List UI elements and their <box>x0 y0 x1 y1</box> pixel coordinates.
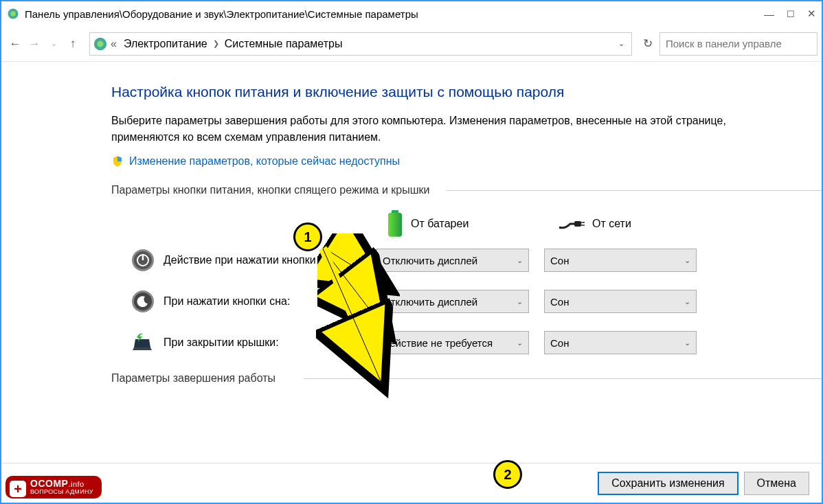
window-titlebar: Панель управления\Оборудование и звук\Эл… <box>1 1 822 26</box>
chevron-down-icon: ⌄ <box>517 297 523 306</box>
footer-bar: Сохранить изменения Отмена <box>1 463 822 503</box>
page-description: Выберите параметры завершения работы для… <box>111 113 750 146</box>
power-button-battery-dropdown[interactable]: Отключить дисплей⌄ <box>376 249 529 272</box>
sleep-button-icon <box>131 290 155 313</box>
column-plugged-label: От сети <box>592 218 631 230</box>
navigation-toolbar: ← → ⌄ ↑ « Электропитание ❯ Системные пар… <box>1 26 822 62</box>
cancel-button[interactable]: Отмена <box>744 472 809 495</box>
uac-shield-icon <box>111 155 124 168</box>
power-button-plugged-value: Сон <box>550 255 569 266</box>
window-close-button[interactable]: ✕ <box>807 8 816 20</box>
nav-up-button[interactable]: ↑ <box>63 37 82 51</box>
lid-close-battery-value: Действие не требуется <box>383 337 493 349</box>
section-buttons-title: Параметры кнопки питания, кнопки спящего… <box>111 184 822 196</box>
refresh-button[interactable]: ↻ <box>636 36 659 51</box>
nav-history-dropdown[interactable]: ⌄ <box>44 39 63 48</box>
lid-close-plugged-dropdown[interactable]: Сон⌄ <box>544 331 697 354</box>
chevron-right-icon: ❯ <box>213 39 219 48</box>
window-title: Панель управления\Оборудование и звук\Эл… <box>25 8 764 20</box>
annotation-marker-2-text: 2 <box>504 467 511 483</box>
lid-close-plugged-value: Сон <box>550 337 569 349</box>
window-maximize-button[interactable]: ☐ <box>787 9 795 19</box>
lid-close-row: При закрытии крышки: Действие не требует… <box>111 331 822 354</box>
plug-icon <box>558 217 585 231</box>
column-headers: От батареи От сети <box>386 210 822 238</box>
sleep-button-row: При нажатии кнопки сна: Отключить диспле… <box>111 290 822 313</box>
lid-close-icon <box>131 331 155 354</box>
sleep-button-plugged-dropdown[interactable]: Сон⌄ <box>544 290 697 313</box>
chevron-down-icon: ⌄ <box>684 256 690 265</box>
sleep-button-plugged-value: Сон <box>550 296 569 308</box>
sleep-button-battery-value: Отключить дисплей <box>383 296 477 308</box>
uac-link-text: Изменение параметров, которые сейчас нед… <box>129 155 400 168</box>
power-button-plugged-dropdown[interactable]: Сон⌄ <box>544 249 697 272</box>
power-button-label: Действие при нажатии кнопки питания: <box>164 253 376 268</box>
lid-close-label: При закрытии крышки: <box>164 336 376 350</box>
breadcrumb-item-power[interactable]: Электропитание <box>124 38 207 50</box>
nav-forward-button[interactable]: → <box>25 37 44 51</box>
badge-tagline: ВОПРОСЫ АДМИНУ <box>30 489 93 496</box>
breadcrumb-item-system-settings[interactable]: Системные параметры <box>225 38 343 50</box>
svg-point-3 <box>97 41 103 47</box>
power-options-icon <box>93 36 108 51</box>
cancel-button-label: Отмена <box>757 477 796 490</box>
svg-point-1 <box>10 11 16 16</box>
save-button-label: Сохранить изменения <box>611 477 724 490</box>
badge-brand: OCOMP <box>30 478 68 489</box>
page-heading: Настройка кнопок питания и включение защ… <box>111 84 822 100</box>
annotation-marker-2: 2 <box>493 460 522 489</box>
chevron-down-icon: ⌄ <box>517 256 523 265</box>
chevron-down-icon: ⌄ <box>517 339 523 347</box>
address-bar[interactable]: « Электропитание ❯ Системные параметры ⌄ <box>89 32 632 56</box>
window-minimize-button[interactable]: — <box>764 8 774 20</box>
power-button-row: Действие при нажатии кнопки питания: Отк… <box>111 249 822 272</box>
power-button-icon <box>131 249 155 272</box>
chevron-down-icon: ⌄ <box>684 297 690 306</box>
sleep-button-label: При нажатии кнопки сна: <box>164 295 376 309</box>
annotation-marker-1: 1 <box>293 222 322 251</box>
address-dropdown-button[interactable]: ⌄ <box>614 39 629 48</box>
app-icon <box>7 8 19 20</box>
breadcrumb-prefix: « <box>111 38 117 50</box>
svg-rect-5 <box>388 213 402 237</box>
annotation-marker-1-text: 1 <box>304 229 311 245</box>
badge-domain: .info <box>68 480 84 488</box>
content-area: Настройка кнопок питания и включение защ… <box>1 62 822 385</box>
search-input[interactable] <box>666 38 811 49</box>
save-button[interactable]: Сохранить изменения <box>598 472 738 495</box>
change-unavailable-settings-link[interactable]: Изменение параметров, которые сейчас нед… <box>111 155 822 168</box>
svg-rect-6 <box>574 221 581 227</box>
search-box[interactable] <box>659 32 818 56</box>
battery-icon <box>386 210 404 238</box>
lid-close-battery-dropdown[interactable]: Действие не требуется⌄ <box>376 331 529 354</box>
section-shutdown-title: Параметры завершения работы <box>111 372 822 385</box>
chevron-down-icon: ⌄ <box>684 339 690 347</box>
nav-back-button[interactable]: ← <box>5 37 25 51</box>
sleep-button-battery-dropdown[interactable]: Отключить дисплей⌄ <box>376 290 529 313</box>
ocomp-watermark: + OCOMP.info ВОПРОСЫ АДМИНУ <box>5 476 102 499</box>
power-button-battery-value: Отключить дисплей <box>383 255 477 266</box>
column-battery-label: От батареи <box>411 218 469 230</box>
plus-icon: + <box>10 481 26 497</box>
